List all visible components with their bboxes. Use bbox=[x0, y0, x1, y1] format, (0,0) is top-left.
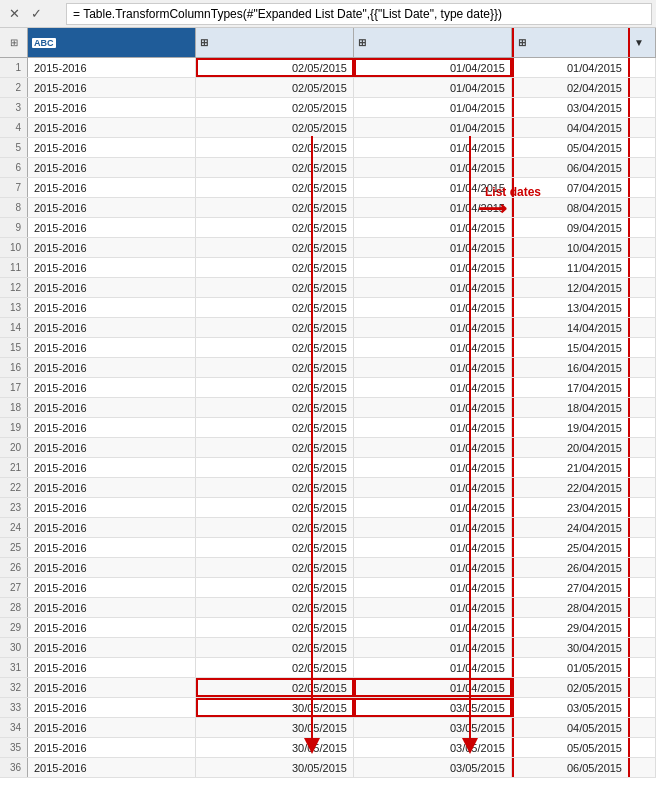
cell-list-date: 08/04/2015 bbox=[512, 198, 630, 217]
col-header-end-date[interactable]: ⊞ bbox=[196, 28, 354, 57]
cell-extra bbox=[630, 158, 656, 177]
cell-extra bbox=[630, 518, 656, 537]
cell-list-date: 18/04/2015 bbox=[512, 398, 630, 417]
cell-end-date: 02/05/2015 bbox=[196, 538, 354, 557]
col-header-list-date[interactable]: ⊞ bbox=[512, 28, 630, 57]
cell-extra bbox=[630, 318, 656, 337]
cell-end-date: 02/05/2015 bbox=[196, 238, 354, 257]
cell-start-date: 01/04/2015 bbox=[354, 538, 512, 557]
table-row: 8 2015-2016 02/05/2015 01/04/2015 08/04/… bbox=[0, 198, 656, 218]
cell-end-date: 02/05/2015 bbox=[196, 578, 354, 597]
cell-fiscal: 2015-2016 bbox=[28, 578, 196, 597]
cell-end-date: 02/05/2015 bbox=[196, 498, 354, 517]
cell-end-date: 02/05/2015 bbox=[196, 598, 354, 617]
cell-start-date: 01/04/2015 bbox=[354, 658, 512, 677]
cell-end-date: 02/05/2015 bbox=[196, 278, 354, 297]
cell-start-date: 03/05/2015 bbox=[354, 698, 512, 717]
cell-fiscal: 2015-2016 bbox=[28, 678, 196, 697]
cell-end-date: 02/05/2015 bbox=[196, 158, 354, 177]
cell-end-date: 02/05/2015 bbox=[196, 638, 354, 657]
cell-extra bbox=[630, 338, 656, 357]
cell-start-date: 01/04/2015 bbox=[354, 318, 512, 337]
row-number: 27 bbox=[0, 578, 28, 597]
cell-fiscal: 2015-2016 bbox=[28, 638, 196, 657]
cell-extra bbox=[630, 298, 656, 317]
row-number: 3 bbox=[0, 98, 28, 117]
row-number: 12 bbox=[0, 278, 28, 297]
row-number: 21 bbox=[0, 458, 28, 477]
table-row: 2 2015-2016 02/05/2015 01/04/2015 02/04/… bbox=[0, 78, 656, 98]
row-number: 33 bbox=[0, 698, 28, 717]
cell-start-date: 01/04/2015 bbox=[354, 578, 512, 597]
cell-fiscal: 2015-2016 bbox=[28, 418, 196, 437]
cell-end-date: 02/05/2015 bbox=[196, 438, 354, 457]
cell-start-date: 03/05/2015 bbox=[354, 758, 512, 777]
end-date-type-icon: ⊞ bbox=[200, 37, 208, 48]
cell-fiscal: 2015-2016 bbox=[28, 58, 196, 77]
row-number: 25 bbox=[0, 538, 28, 557]
cell-start-date: 01/04/2015 bbox=[354, 178, 512, 197]
cell-start-date: 01/04/2015 bbox=[354, 98, 512, 117]
col-header-fiscal-year[interactable]: ABC bbox=[28, 28, 196, 57]
table-row: 28 2015-2016 02/05/2015 01/04/2015 28/04… bbox=[0, 598, 656, 618]
cell-extra bbox=[630, 378, 656, 397]
cell-end-date: 02/05/2015 bbox=[196, 98, 354, 117]
cell-end-date: 02/05/2015 bbox=[196, 258, 354, 277]
table-row: 26 2015-2016 02/05/2015 01/04/2015 26/04… bbox=[0, 558, 656, 578]
formula-input[interactable] bbox=[66, 3, 652, 25]
table-row: 29 2015-2016 02/05/2015 01/04/2015 29/04… bbox=[0, 618, 656, 638]
cell-extra bbox=[630, 118, 656, 137]
cell-end-date: 02/05/2015 bbox=[196, 118, 354, 137]
row-number: 29 bbox=[0, 618, 28, 637]
row-number: 20 bbox=[0, 438, 28, 457]
cell-start-date: 01/04/2015 bbox=[354, 138, 512, 157]
cell-list-date: 29/04/2015 bbox=[512, 618, 630, 637]
close-icon[interactable]: ✕ bbox=[4, 4, 24, 24]
cell-extra bbox=[630, 678, 656, 697]
cell-list-date: 22/04/2015 bbox=[512, 478, 630, 497]
row-number: 2 bbox=[0, 78, 28, 97]
cell-start-date: 01/04/2015 bbox=[354, 358, 512, 377]
cell-extra bbox=[630, 358, 656, 377]
cell-fiscal: 2015-2016 bbox=[28, 698, 196, 717]
cell-list-date: 05/05/2015 bbox=[512, 738, 630, 757]
table-row: 13 2015-2016 02/05/2015 01/04/2015 13/04… bbox=[0, 298, 656, 318]
cell-end-date: 02/05/2015 bbox=[196, 58, 354, 77]
cell-extra bbox=[630, 698, 656, 717]
cell-list-date: 15/04/2015 bbox=[512, 338, 630, 357]
row-number: 7 bbox=[0, 178, 28, 197]
cell-fiscal: 2015-2016 bbox=[28, 438, 196, 457]
cell-start-date: 01/04/2015 bbox=[354, 678, 512, 697]
cell-start-date: 01/04/2015 bbox=[354, 418, 512, 437]
row-number: 35 bbox=[0, 738, 28, 757]
table-row: 17 2015-2016 02/05/2015 01/04/2015 17/04… bbox=[0, 378, 656, 398]
cell-end-date: 02/05/2015 bbox=[196, 398, 354, 417]
cell-end-date: 02/05/2015 bbox=[196, 378, 354, 397]
cell-fiscal: 2015-2016 bbox=[28, 238, 196, 257]
cell-fiscal: 2015-2016 bbox=[28, 298, 196, 317]
cell-fiscal: 2015-2016 bbox=[28, 538, 196, 557]
col-header-start-date[interactable]: ⊞ bbox=[354, 28, 512, 57]
row-number: 36 bbox=[0, 758, 28, 777]
cell-extra bbox=[630, 278, 656, 297]
cell-fiscal: 2015-2016 bbox=[28, 98, 196, 117]
cell-list-date: 23/04/2015 bbox=[512, 498, 630, 517]
cell-end-date: 02/05/2015 bbox=[196, 338, 354, 357]
cell-list-date: 12/04/2015 bbox=[512, 278, 630, 297]
cell-end-date: 02/05/2015 bbox=[196, 138, 354, 157]
table-row: 11 2015-2016 02/05/2015 01/04/2015 11/04… bbox=[0, 258, 656, 278]
cell-extra bbox=[630, 618, 656, 637]
cell-list-date: 09/04/2015 bbox=[512, 218, 630, 237]
cell-list-date: 03/04/2015 bbox=[512, 98, 630, 117]
check-icon[interactable]: ✓ bbox=[26, 4, 46, 24]
cell-list-date: 21/04/2015 bbox=[512, 458, 630, 477]
cell-list-date: 01/05/2015 bbox=[512, 658, 630, 677]
cell-start-date: 01/04/2015 bbox=[354, 458, 512, 477]
cell-extra bbox=[630, 258, 656, 277]
cell-end-date: 02/05/2015 bbox=[196, 558, 354, 577]
table-row: 30 2015-2016 02/05/2015 01/04/2015 30/04… bbox=[0, 638, 656, 658]
cell-start-date: 01/04/2015 bbox=[354, 198, 512, 217]
cell-end-date: 02/05/2015 bbox=[196, 618, 354, 637]
cell-end-date: 02/05/2015 bbox=[196, 678, 354, 697]
row-number: 22 bbox=[0, 478, 28, 497]
